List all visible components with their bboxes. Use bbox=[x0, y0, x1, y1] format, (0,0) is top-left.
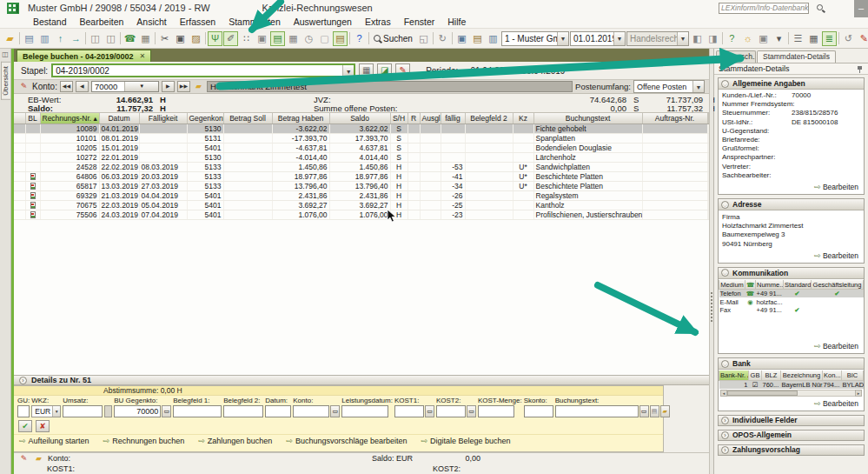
digital-beleg-icon[interactable] bbox=[30, 211, 36, 218]
previous-record-button[interactable]: ◀ bbox=[76, 81, 89, 92]
tab-eigenschaften[interactable]: Eigensch... bbox=[716, 50, 756, 63]
horizontal-scrollbar[interactable]: ◂ ▸ bbox=[720, 390, 862, 397]
menu-item[interactable]: Erfassen bbox=[180, 17, 215, 27]
edit-red-icon[interactable]: ✎ bbox=[857, 31, 868, 46]
col-betrag-soll[interactable]: Betrag Soll bbox=[223, 113, 272, 124]
minimize-button[interactable]: – bbox=[854, 0, 868, 17]
chevron-down-icon[interactable]: ⌵ bbox=[721, 201, 729, 209]
print-preview-icon[interactable]: ▥ bbox=[37, 31, 52, 46]
close-icon[interactable]: ✕ bbox=[140, 52, 146, 60]
table-icon[interactable]: ▦ bbox=[138, 31, 153, 46]
kost-menge-input[interactable] bbox=[478, 405, 514, 417]
scroll-right-icon[interactable]: ▸ bbox=[855, 390, 862, 397]
print-batch-icon[interactable]: ▤ bbox=[333, 31, 348, 46]
table-row[interactable]: 65817 13.03.2019 27.03.2019 5133 13.796,… bbox=[14, 181, 709, 190]
date-select[interactable]: 01.01.2019 ▼ bbox=[570, 31, 626, 46]
beleg-link-cell[interactable] bbox=[25, 200, 40, 210]
table-row[interactable]: 10101 08.01.2019 5131 -17.393,70 17.393,… bbox=[14, 133, 709, 143]
beleg-link-cell[interactable] bbox=[25, 181, 40, 190]
bulb-icon[interactable]: ☼ bbox=[740, 31, 755, 46]
beleg-link-cell[interactable] bbox=[25, 162, 40, 171]
separator[interactable] bbox=[18, 31, 21, 46]
kommunikation-row[interactable]: Telefon ☎ +49 91... ✔ ✔ bbox=[719, 290, 864, 298]
kost1-lookup-button[interactable]: ▭ bbox=[425, 405, 434, 417]
skonto-input[interactable] bbox=[524, 405, 553, 417]
journal-icon[interactable]: ◨ bbox=[706, 31, 720, 46]
menu-item[interactable]: Bearbeiten bbox=[80, 17, 124, 27]
action-link[interactable]: ⇨Zahlungen buchen bbox=[198, 437, 272, 445]
datum-input[interactable] bbox=[265, 405, 291, 417]
beleg-link-cell[interactable] bbox=[25, 171, 40, 181]
menu-item[interactable]: Extras bbox=[365, 17, 391, 27]
digital-beleg-icon[interactable] bbox=[30, 183, 36, 190]
konto-input[interactable]: 70000 ▼ bbox=[91, 81, 159, 92]
screen-icon[interactable]: ◱ bbox=[416, 31, 431, 46]
chevron-down-icon[interactable]: ⌵ bbox=[721, 80, 729, 88]
menu-item[interactable]: Hilfe bbox=[447, 17, 466, 27]
stapel-grid-button[interactable]: ▦ bbox=[359, 63, 374, 77]
col-datum[interactable]: Datum bbox=[99, 113, 139, 124]
media-icon[interactable]: ▣ bbox=[756, 31, 771, 46]
notes-icon[interactable]: ▤ bbox=[470, 31, 485, 46]
separator[interactable] bbox=[721, 31, 724, 46]
tab-stammdaten-details[interactable]: Stammdaten-Details bbox=[757, 50, 836, 63]
info-icon[interactable]: ? bbox=[725, 31, 739, 46]
edit-icon[interactable]: ✎ bbox=[18, 82, 30, 91]
table-row[interactable]: 24528 22.02.2019 08.03.2019 5133 1.450,8… bbox=[14, 162, 709, 171]
chevron-down-icon[interactable]: ⌵ bbox=[721, 269, 729, 277]
kost2-input[interactable] bbox=[436, 405, 466, 417]
table-row[interactable]: 10272 22.01.2019 5130 -4.014,40 4.014,40… bbox=[14, 152, 709, 162]
lexinform-search-input[interactable]: LEXinform/Info-Datenbank bbox=[719, 3, 809, 14]
collapsed-section[interactable]: › Individuelle Felder bbox=[718, 415, 865, 426]
clock-icon[interactable]: ◷ bbox=[301, 31, 316, 46]
kost1-input[interactable] bbox=[394, 405, 424, 417]
print-icon[interactable]: ▤ bbox=[22, 31, 36, 46]
kommunikation-row[interactable]: E-Mail ◉ holzfac... bbox=[719, 297, 864, 306]
last-record-button[interactable]: ▶▶ bbox=[177, 81, 190, 92]
col-rechnungs-nr[interactable]: Rechnungs-Nr. ▴ bbox=[40, 113, 99, 124]
col-bl[interactable]: BL bbox=[25, 113, 40, 124]
beleg-link-cell[interactable] bbox=[25, 152, 40, 162]
menu-item[interactable]: Ansicht bbox=[136, 17, 166, 27]
menu-item[interactable]: Stammdaten bbox=[229, 17, 281, 27]
digital-document-icon[interactable]: ▤ bbox=[270, 31, 285, 46]
chevron-right-icon[interactable]: › bbox=[721, 417, 729, 424]
edit-link[interactable]: ⇨ Bearbeiten bbox=[719, 181, 864, 194]
section-header[interactable]: ⌵ Bank bbox=[719, 358, 864, 370]
collapsed-section[interactable]: › Zahlungsvorschlag bbox=[718, 444, 865, 456]
separator[interactable] bbox=[119, 31, 122, 46]
refresh-icon[interactable]: ↻ bbox=[435, 31, 450, 46]
col-belegfeld2[interactable]: Belegfeld 2 bbox=[465, 113, 513, 124]
table-row[interactable]: 69329 21.03.2019 04.04.2019 5401 2.431,8… bbox=[14, 190, 709, 200]
col-auftrags-nr[interactable]: Auftrags-Nr. bbox=[642, 113, 707, 124]
tab-belege-buchen[interactable]: Belege buchen - 04-2019/0002 ✕ bbox=[17, 50, 151, 62]
table-row[interactable]: 10205 15.01.2019 5401 -4.637,81 4.637,81… bbox=[14, 143, 709, 152]
chevron-right-icon[interactable]: › bbox=[19, 377, 27, 384]
export-icon[interactable]: ▣ bbox=[454, 31, 469, 46]
menu-item[interactable]: Bestand bbox=[33, 17, 67, 27]
folder-icon[interactable]: ▰ bbox=[33, 454, 44, 464]
separator[interactable] bbox=[204, 31, 207, 46]
bank-row[interactable]: 1 ☑ 760... BayernLB Nür... 794... BYLADE… bbox=[719, 380, 864, 389]
action-link[interactable]: ⇨Aufteilung starten bbox=[19, 437, 89, 445]
bu-gegenkonto-input[interactable]: 70000 bbox=[114, 405, 161, 417]
next-record-button[interactable]: ▶ bbox=[162, 81, 175, 92]
buchungstext-dropdown-button[interactable]: ▭ bbox=[639, 405, 649, 417]
action-link[interactable]: ⇨Digitale Belege buchen bbox=[421, 437, 510, 445]
action-link[interactable]: ⇨Rechnungen buchen bbox=[103, 437, 185, 445]
beleg-link-cell[interactable] bbox=[25, 210, 40, 219]
buchungstext-folder-button[interactable]: ▰ bbox=[660, 405, 670, 417]
menu-item[interactable]: Auswertungen bbox=[294, 17, 352, 27]
panel-splitter[interactable] bbox=[709, 49, 713, 474]
import-icon[interactable]: ▥ bbox=[486, 31, 500, 46]
col-bank-nr[interactable]: Bank-Nr. ▴ bbox=[719, 371, 749, 380]
overflow-chevron[interactable]: ▾ bbox=[772, 31, 786, 46]
postenumfang-select[interactable]: Offene Posten ▼ bbox=[633, 80, 705, 93]
beleg-link-cell[interactable] bbox=[25, 143, 40, 152]
section-header[interactable]: ⌵ Allgemeine Angaben bbox=[719, 78, 864, 90]
chevron-right-icon[interactable]: › bbox=[721, 431, 729, 439]
accept-button[interactable]: ✔ bbox=[18, 420, 32, 432]
navigate-up-icon[interactable]: ↑ bbox=[53, 31, 68, 46]
konto-lookup-button[interactable]: ▭ bbox=[330, 405, 340, 417]
separator[interactable] bbox=[787, 31, 790, 46]
